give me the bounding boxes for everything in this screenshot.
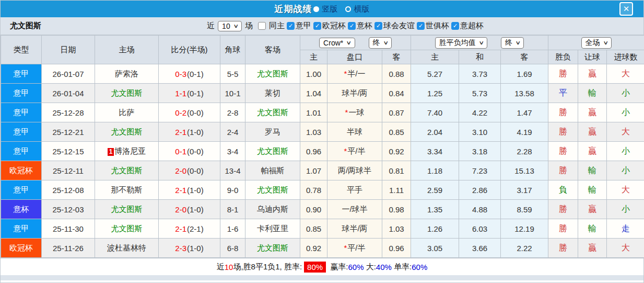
corner-count: 3-4 — [220, 142, 245, 161]
col-header-type: 类型 — [1, 36, 42, 64]
result-handicap: 贏 — [578, 239, 607, 258]
close-button[interactable]: ✕ — [619, 2, 633, 16]
avg-lose: 13.58 — [501, 84, 548, 103]
match-row: 欧冠杯25-11-26波杜基林特2-3(1-0)6-8尤文图斯0.92*平/半0… — [1, 239, 644, 258]
competition-checkbox[interactable]: ✓球会友谊 — [374, 21, 415, 31]
sub-header-wdl: 胜负 — [548, 50, 578, 64]
avg-lose: 3.17 — [501, 180, 548, 200]
match-date: 26-01-04 — [42, 84, 95, 103]
checkbox-icon: ✓ — [451, 22, 459, 30]
avg-draw: 5.73 — [459, 84, 501, 103]
avg-odds-select[interactable]: 胜平负均值∨ — [435, 37, 487, 49]
away-odds: 1.11 — [382, 180, 411, 200]
home-team: 1博洛尼亚 — [95, 142, 159, 161]
competition-checkbox[interactable]: ✓欧冠杯 — [313, 21, 346, 31]
score: 2-0(1-0) — [159, 200, 220, 219]
match-count-select[interactable]: 10 ∨ — [218, 21, 242, 31]
competition-filters: ✓同主✓意甲✓欧冠杯✓意杯✓球会友谊✓世俱杯✓意超杯 — [256, 21, 484, 31]
competition-checkbox[interactable]: ✓意超杯 — [451, 21, 484, 31]
result-goals: 大 — [607, 122, 644, 142]
result-goals: 小 — [607, 84, 644, 103]
checkbox-icon: ✓ — [348, 22, 356, 30]
odds-dropdown-group: Crow*∨ 终∨ — [300, 36, 411, 50]
score: 2-1(2-1) — [159, 219, 220, 239]
competition-checkbox[interactable]: ✓同主 — [258, 21, 285, 31]
result-goals: 大 — [607, 239, 644, 258]
competition-checkbox[interactable]: ✓意杯 — [348, 21, 372, 31]
away-team: 尤文图斯 — [245, 64, 300, 84]
league-type-badge: 意甲 — [1, 142, 42, 161]
home-odds: 0.96 — [300, 142, 327, 161]
away-team: 尤文图斯 — [245, 239, 300, 258]
match-date: 25-12-21 — [42, 122, 95, 142]
results-table: 类型 日期 主场 比分(半场) 角球 客场 Crow*∨ 终∨ 胜平负均值∨ 终… — [1, 35, 644, 258]
close-icon: ✕ — [623, 4, 630, 14]
home-team: 尤文图斯 — [95, 84, 159, 103]
away-team: 帕福斯 — [245, 161, 300, 180]
handicap: 半球 — [327, 122, 382, 142]
checkbox-icon: ✓ — [258, 22, 266, 30]
match-date: 25-12-08 — [42, 180, 95, 200]
handicap-rate-value: 60% — [348, 263, 364, 271]
score: 2-1(1-0) — [159, 180, 220, 200]
checkbox-icon: ✓ — [313, 22, 321, 30]
star-icon: * — [344, 69, 347, 78]
checkbox-icon: ✓ — [417, 22, 425, 30]
bookmaker-select[interactable]: Crow*∨ — [319, 38, 355, 48]
away-odds: 0.88 — [382, 64, 411, 84]
summary-count: 10 — [225, 263, 233, 271]
home-team: 比萨 — [95, 103, 159, 122]
horizontal-layout-radio[interactable] — [345, 6, 351, 12]
home-odds: 0.78 — [300, 180, 327, 200]
result-wdl: 勝 — [548, 161, 578, 180]
result-wdl: 勝 — [548, 103, 578, 122]
away-team: 卡利亚里 — [245, 219, 300, 239]
odds-time-select[interactable]: 终∨ — [369, 37, 392, 49]
col-header-date: 日期 — [42, 36, 95, 64]
horizontal-layout-label[interactable]: 横版 — [354, 4, 370, 14]
avg-draw: 3.10 — [459, 122, 501, 142]
recent-results-dialog: 近期战绩 竖版 横版 ✕ 尤文图斯 近 10 ∨ 场 ✓同主✓意甲✓欧冠杯✓意杯… — [0, 0, 644, 283]
big-rate-label: 大: — [364, 262, 376, 272]
corner-count: 5-5 — [220, 64, 245, 84]
league-type-badge: 意杯 — [1, 200, 42, 219]
avg-win: 2.04 — [411, 122, 459, 142]
checkbox-label: 世俱杯 — [426, 21, 449, 31]
filter-controls: 近 10 ∨ 场 ✓同主✓意甲✓欧冠杯✓意杯✓球会友谊✓世俱杯✓意超杯 — [207, 21, 484, 31]
avg-lose: 1.47 — [501, 103, 548, 122]
result-handicap: 輸 — [578, 161, 607, 180]
win-rate-badge: 80% — [304, 262, 326, 273]
corner-count: 10-1 — [220, 84, 245, 103]
star-icon: * — [345, 108, 348, 117]
league-type-badge: 意甲 — [1, 122, 42, 142]
avg-draw: 2.86 — [459, 180, 501, 200]
result-handicap: 贏 — [578, 64, 607, 84]
checkbox-label: 意甲 — [296, 21, 311, 31]
home-odds: 1.03 — [300, 122, 327, 142]
home-odds: 1.07 — [300, 161, 327, 180]
avg-draw: 3.18 — [459, 142, 501, 161]
result-wdl: 勝 — [548, 122, 578, 142]
vertical-layout-label[interactable]: 竖版 — [322, 4, 338, 14]
handicap: *平/半 — [327, 239, 382, 258]
handicap: 平手 — [327, 180, 382, 200]
competition-checkbox[interactable]: ✓意甲 — [287, 21, 311, 31]
match-date: 26-01-07 — [42, 64, 95, 84]
avg-draw: 3.73 — [459, 64, 501, 84]
handicap: 球半/两 — [327, 84, 382, 103]
result-handicap: 贏 — [578, 200, 607, 219]
away-team: 莱切 — [245, 84, 300, 103]
vertical-layout-radio[interactable] — [313, 6, 319, 12]
handicap: 两/两球半 — [327, 161, 382, 180]
handicap: 一/球半 — [327, 200, 382, 219]
period-select[interactable]: 全场∨ — [581, 37, 612, 49]
recent-label: 近 — [207, 21, 215, 31]
home-odds: 0.85 — [300, 219, 327, 239]
summary-prefix: 近 — [217, 262, 225, 272]
period-dropdown-group: 全场∨ — [548, 36, 644, 50]
chevron-down-icon: ∨ — [603, 40, 608, 46]
avg-time-select[interactable]: 终∨ — [501, 37, 524, 49]
match-date: 25-12-03 — [42, 200, 95, 219]
corner-count: 9-0 — [220, 180, 245, 200]
competition-checkbox[interactable]: ✓世俱杯 — [417, 21, 449, 31]
